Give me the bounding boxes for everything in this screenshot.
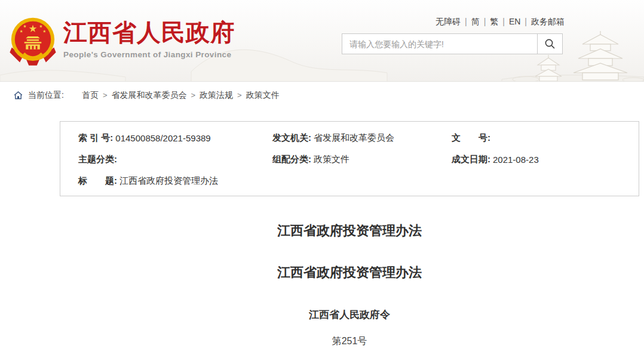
breadcrumb-separator: > xyxy=(103,91,108,100)
site-logo[interactable]: 江西省人民政府 People's Government of Jiangxi P… xyxy=(8,16,235,69)
metadata-label: 标 题: xyxy=(78,175,117,187)
metadata-label: 发文机关: xyxy=(272,132,311,144)
metadata-value: 014500858/2021-59389 xyxy=(115,133,210,143)
search-input[interactable] xyxy=(342,34,537,54)
breadcrumb-separator: > xyxy=(191,91,195,100)
header-quick-links: 无障碍|简|繁|EN|政务邮箱 xyxy=(436,17,565,27)
breadcrumb-item-policy-documents[interactable]: 政策文件 xyxy=(246,90,280,101)
metadata-row: 索 引 号: 014500858/2021-59389 发文机关: 省发展和改革… xyxy=(60,127,639,149)
home-icon xyxy=(13,90,23,100)
metadata-value: 政策文件 xyxy=(314,154,349,165)
metadata-field-document-number: 文 号: xyxy=(452,132,639,144)
metadata-field-title: 标 题: 江西省政府投资管理办法 xyxy=(60,175,218,187)
metadata-field-issuing-agency: 发文机关: 省发展和改革委员会 xyxy=(272,132,452,144)
quick-link-separator: | xyxy=(498,17,509,26)
metadata-value: 省发展和改革委员会 xyxy=(314,132,394,144)
breadcrumb: 当前位置: 首页 > 省发展和改革委员会 > 政策法规 > 政策文件 xyxy=(0,82,644,109)
search-bar xyxy=(342,33,563,54)
link-simplified-chinese[interactable]: 简 xyxy=(471,17,480,26)
decree-heading: 江西省人民政府令 xyxy=(60,308,639,322)
quick-link-separator: | xyxy=(480,17,490,26)
link-english[interactable]: EN xyxy=(509,17,520,26)
quick-link-separator: | xyxy=(520,17,531,26)
search-button[interactable] xyxy=(537,34,562,54)
breadcrumb-trail: 首页 > 省发展和改革委员会 > 政策法规 > 政策文件 xyxy=(82,90,280,101)
metadata-value: 江西省政府投资管理办法 xyxy=(119,175,218,187)
document-body: 江西省政府投资管理办法 江西省政府投资管理办法 江西省人民政府令 第251号 xyxy=(60,223,639,348)
breadcrumb-label: 当前位置: xyxy=(28,90,64,101)
metadata-field-group-category: 组配分类: 政策文件 xyxy=(272,154,452,165)
metadata-label: 组配分类: xyxy=(272,154,311,165)
decree-number: 第251号 xyxy=(60,335,639,348)
document-page: 索 引 号: 014500858/2021-59389 发文机关: 省发展和改革… xyxy=(60,121,639,348)
document-metadata-box: 索 引 号: 014500858/2021-59389 发文机关: 省发展和改革… xyxy=(60,121,639,196)
breadcrumb-separator: > xyxy=(237,91,242,100)
pagoda-icon xyxy=(535,55,562,81)
pavilion-icon xyxy=(574,31,627,80)
link-traditional-chinese[interactable]: 繁 xyxy=(490,17,498,26)
metadata-row: 主题分类: 组配分类: 政策文件 成文日期: 2021-08-23 xyxy=(60,149,639,170)
metadata-label: 索 引 号: xyxy=(78,132,113,144)
document-title-repeat: 江西省政府投资管理办法 xyxy=(60,265,639,280)
national-emblem-icon xyxy=(8,16,58,69)
quick-link-separator: | xyxy=(461,17,471,26)
search-icon xyxy=(544,38,556,50)
breadcrumb-item-home[interactable]: 首页 xyxy=(82,90,99,101)
metadata-row: 标 题: 江西省政府投资管理办法 xyxy=(60,170,639,192)
metadata-field-theme-category: 主题分类: xyxy=(60,154,272,165)
metadata-label: 成文日期: xyxy=(452,154,490,165)
metadata-field-date-issued: 成文日期: 2021-08-23 xyxy=(452,154,639,165)
metadata-label: 主题分类: xyxy=(78,154,117,165)
breadcrumb-item-policies[interactable]: 政策法规 xyxy=(200,90,233,101)
document-title: 江西省政府投资管理办法 xyxy=(60,223,639,239)
link-accessibility[interactable]: 无障碍 xyxy=(436,17,461,26)
breadcrumb-item-department[interactable]: 省发展和改革委员会 xyxy=(111,90,186,101)
metadata-label: 文 号: xyxy=(452,132,490,144)
site-subtitle-english: People's Government of Jiangxi Province xyxy=(63,50,235,59)
metadata-value: 2021-08-23 xyxy=(493,155,539,165)
site-header: 江西省人民政府 People's Government of Jiangxi P… xyxy=(0,0,644,82)
link-gov-mailbox[interactable]: 政务邮箱 xyxy=(531,17,565,26)
site-title: 江西省人民政府 xyxy=(63,20,235,45)
metadata-field-index-number: 索 引 号: 014500858/2021-59389 xyxy=(60,132,272,144)
